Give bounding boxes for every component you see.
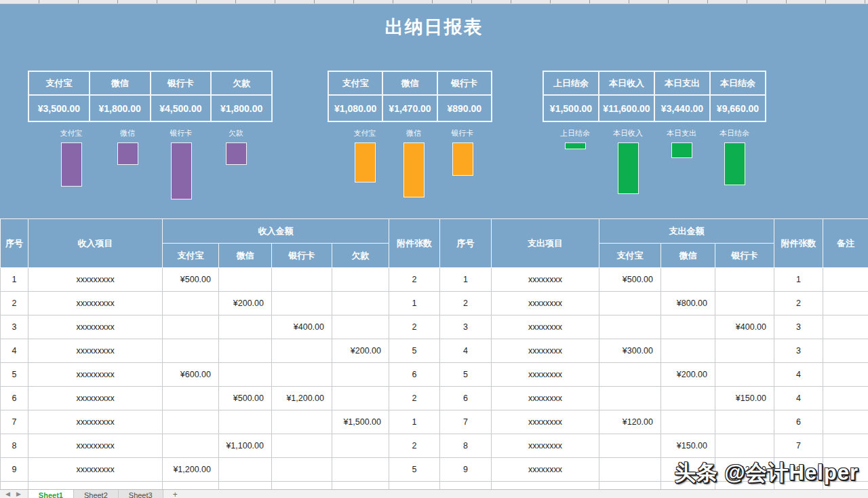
cell[interactable]: 8 (440, 434, 492, 458)
cell[interactable] (823, 268, 868, 292)
cell[interactable]: ¥200.00 (661, 363, 715, 387)
cell[interactable]: 1 (774, 268, 823, 292)
cell[interactable]: xxxxxxxx (492, 458, 599, 482)
cell[interactable]: 3 (440, 315, 492, 339)
cell[interactable] (332, 268, 389, 292)
col-header-income-bank[interactable]: 银行卡 (272, 244, 332, 268)
cell[interactable] (715, 339, 774, 363)
cell[interactable] (163, 315, 219, 339)
cell[interactable] (661, 387, 715, 410)
cell[interactable]: 2 (440, 292, 492, 315)
summary-header-cell[interactable]: 微信 (382, 71, 437, 95)
summary-value-cell[interactable]: ¥11,600.00 (599, 95, 654, 121)
sheet-nav-prev-icon[interactable]: ◀ (5, 491, 10, 497)
col-header-income-wechat[interactable]: 微信 (219, 244, 272, 268)
cell[interactable] (219, 458, 272, 482)
summary-header-cell[interactable]: 银行卡 (437, 71, 492, 95)
summary-header-cell[interactable]: 银行卡 (151, 71, 212, 95)
cell[interactable]: 2 (389, 387, 440, 410)
col-header-income-debt[interactable]: 欠款 (332, 244, 389, 268)
cell[interactable] (163, 387, 219, 410)
col-header-expense-alipay[interactable]: 支付宝 (599, 244, 661, 268)
cell[interactable]: xxxxxxxxx (28, 268, 163, 292)
cell[interactable] (272, 268, 332, 292)
col-header-expense-index[interactable]: 序号 (440, 219, 492, 268)
col-header-income-attachments[interactable]: 附件张数 (389, 219, 440, 268)
col-header-note[interactable]: 备注 (823, 219, 868, 268)
cell[interactable] (715, 363, 774, 387)
cell[interactable]: xxxxxxxxx (28, 363, 163, 387)
col-header-income-amount[interactable]: 收入金额 (163, 219, 389, 244)
cell[interactable] (661, 315, 715, 339)
cell[interactable]: 3 (774, 339, 823, 363)
cell[interactable]: ¥150.00 (715, 387, 774, 410)
cell[interactable]: ¥1,500.00 (332, 410, 389, 434)
sheet-nav-next-icon[interactable]: ▶ (16, 491, 21, 497)
cell[interactable] (219, 339, 272, 363)
cell[interactable]: 6 (774, 410, 823, 434)
cell[interactable] (219, 363, 272, 387)
cell[interactable] (715, 292, 774, 315)
cell[interactable]: 9 (1, 458, 28, 482)
cell[interactable]: ¥1,200.00 (163, 458, 219, 482)
cell[interactable]: 3 (774, 315, 823, 339)
summary-value-cell[interactable]: ¥1,800.00 (90, 95, 151, 121)
cell[interactable] (823, 410, 868, 434)
summary-header-cell[interactable]: 上日结余 (543, 71, 599, 95)
cell[interactable]: ¥150.00 (661, 434, 715, 458)
cell[interactable] (599, 363, 661, 387)
cell[interactable]: xxxxxxxxx (28, 387, 163, 410)
summary-value-cell[interactable]: ¥1,080.00 (328, 95, 382, 121)
col-header-income-index[interactable]: 序号 (1, 219, 28, 268)
summary-value-cell[interactable]: ¥9,660.00 (710, 95, 766, 121)
cell[interactable]: xxxxxxxxx (28, 458, 163, 482)
summary-header-cell[interactable]: 微信 (90, 71, 151, 95)
summary-header-cell[interactable]: 本日支出 (654, 71, 710, 95)
cell[interactable]: ¥500.00 (219, 387, 272, 410)
cell[interactable]: ¥800.00 (661, 292, 715, 315)
cell[interactable] (163, 339, 219, 363)
cell[interactable]: xxxxxxxx (492, 315, 599, 339)
cell[interactable]: 2 (389, 434, 440, 458)
cell[interactable] (332, 363, 389, 387)
cell[interactable]: 1 (440, 268, 492, 292)
cell[interactable] (163, 410, 219, 434)
cell[interactable] (661, 410, 715, 434)
cell[interactable]: ¥600.00 (163, 363, 219, 387)
cell[interactable]: 2 (389, 315, 440, 339)
cell[interactable]: ¥400.00 (272, 315, 332, 339)
cell[interactable]: 4 (774, 363, 823, 387)
cell[interactable] (823, 292, 868, 315)
cell[interactable] (599, 292, 661, 315)
cell[interactable] (823, 363, 868, 387)
cell[interactable] (599, 387, 661, 410)
summary-header-cell[interactable]: 本日收入 (599, 71, 654, 95)
cell[interactable]: 4 (440, 339, 492, 363)
cell[interactable]: 4 (774, 387, 823, 410)
cell[interactable] (272, 363, 332, 387)
cell[interactable]: 7 (440, 410, 492, 434)
cell[interactable] (661, 339, 715, 363)
cell[interactable] (219, 268, 272, 292)
cell[interactable]: xxxxxxxx (492, 292, 599, 315)
cell[interactable]: xxxxxxxxx (28, 315, 163, 339)
cell[interactable]: xxxxxxxx (492, 268, 599, 292)
summary-value-cell[interactable]: ¥1,470.00 (382, 95, 437, 121)
cell[interactable] (823, 315, 868, 339)
cell[interactable]: 1 (1, 268, 28, 292)
cell[interactable]: xxxxxxxx (492, 410, 599, 434)
cell[interactable] (661, 268, 715, 292)
cell[interactable]: ¥200.00 (332, 339, 389, 363)
cell[interactable]: 5 (440, 363, 492, 387)
cell[interactable] (715, 268, 774, 292)
cell[interactable] (599, 458, 661, 482)
cell[interactable]: xxxxxxxx (492, 434, 599, 458)
col-header-income-item[interactable]: 收入项目 (28, 219, 163, 268)
cell[interactable]: xxxxxxxx (492, 339, 599, 363)
cell[interactable] (332, 434, 389, 458)
cell[interactable]: 9 (440, 458, 492, 482)
cell[interactable]: 8 (1, 434, 28, 458)
cell[interactable]: ¥200.00 (219, 292, 272, 315)
cell[interactable]: ¥300.00 (599, 339, 661, 363)
summary-header-cell[interactable]: 支付宝 (28, 71, 90, 95)
